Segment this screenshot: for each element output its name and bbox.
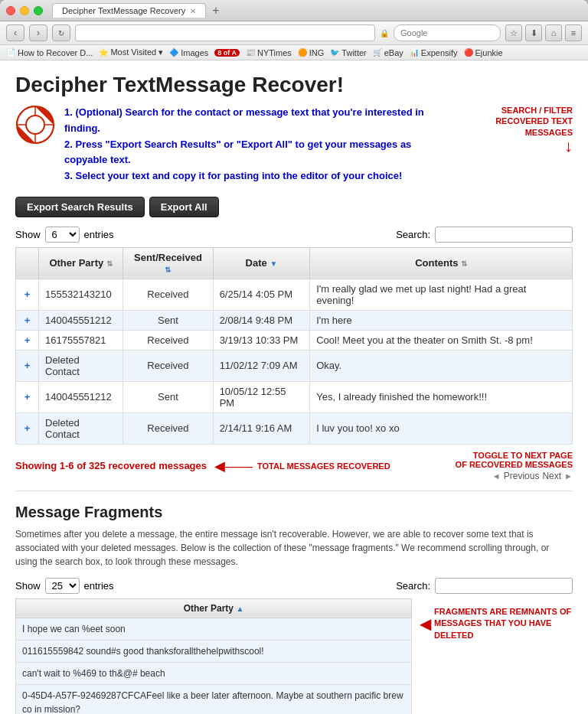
row-date-4: 10/05/12 12:55 PM <box>213 381 310 412</box>
export-all-button[interactable]: Export All <box>149 197 219 217</box>
total-count: 325 <box>89 460 106 471</box>
search-control: Search: <box>396 227 573 243</box>
bookmark-images[interactable]: 🔷 Images <box>169 48 208 57</box>
messages-table: Other Party ⇅ Sent/Received ⇅ Date ▼ Con… <box>15 247 573 445</box>
show-entries-control: Show 6 10 25 50 entries <box>15 227 114 243</box>
bookmark-twitter[interactable]: 🐦 Twitter <box>330 48 366 57</box>
entries-label: entries <box>84 229 114 240</box>
home-icon[interactable]: ⌂ <box>545 24 562 41</box>
bookmark-nytimes[interactable]: 📰 NYTimes <box>246 48 292 57</box>
fragments-area: Other Party ▲ I hope we can %eet soon011… <box>15 598 573 714</box>
bookmark-page-icon: 📄 <box>6 48 15 57</box>
row-plus-3[interactable]: + <box>16 350 39 381</box>
table-row: + 140045551212 Sent 10/05/12 12:55 PM Ye… <box>16 381 573 412</box>
menu-icon[interactable]: ≡ <box>565 24 582 41</box>
forward-button[interactable]: › <box>29 24 47 41</box>
tab-close-icon[interactable]: ✕ <box>190 7 196 15</box>
bookmark-ebay[interactable]: 🛒 eBay <box>373 48 403 57</box>
row-party-2: 16175557821 <box>39 330 123 350</box>
row-direction-3: Received <box>123 350 213 381</box>
instruction-2: 2. Press "Export Search Results" or "Exp… <box>64 137 441 169</box>
row-plus-4[interactable]: + <box>16 381 39 412</box>
bookmark-icon[interactable]: ☆ <box>505 24 522 41</box>
entries-select[interactable]: 6 10 25 50 <box>45 227 80 243</box>
fragments-table: Other Party ▲ I hope we can %eet soon011… <box>15 598 412 714</box>
fragment-cell-2: can't wait to %469 to th&@# beach <box>16 662 412 684</box>
fragments-search-control: Search: <box>396 578 573 594</box>
pagination: ◄ Previous Next ► <box>492 471 573 481</box>
bookmark-ing-icon: 🟠 <box>298 48 307 57</box>
maximize-button[interactable] <box>34 6 43 15</box>
bookmarks-bar: 📄 How to Recover D... ⭐ Most Visited ▾ 🔷… <box>0 45 588 60</box>
close-button[interactable] <box>6 6 15 15</box>
bookmark-ejunkie[interactable]: 🔴 Ejunkie <box>464 48 503 57</box>
col-header-contents[interactable]: Contents ⇅ <box>310 247 573 279</box>
fragments-table-wrapper: Other Party ▲ I hope we can %eet soon011… <box>15 598 412 714</box>
fragments-sort-icon: ▲ <box>236 605 243 613</box>
address-bar[interactable] <box>75 24 375 41</box>
fragments-annotation-text: FRAGMENTS ARE REMNANTS OFMESSAGES THAT Y… <box>434 606 573 641</box>
browser-window: Decipher TextMessage Recovery ✕ + ‹ › ↻ … <box>0 0 588 714</box>
bookmark-8ofa[interactable]: 8 of A <box>214 49 240 57</box>
row-plus-0[interactable]: + <box>16 279 39 310</box>
row-plus-5[interactable]: + <box>16 412 39 444</box>
active-tab[interactable]: Decipher TextMessage Recovery ✕ <box>52 3 206 18</box>
bookmark-expensify[interactable]: 📊 Expensify <box>410 48 458 57</box>
total-annotation-text: TOTAL MESSAGES RECOVERED <box>257 461 390 471</box>
back-button[interactable]: ‹ <box>6 24 24 41</box>
row-plus-1[interactable]: + <box>16 310 39 330</box>
bookmark-ing[interactable]: 🟠 ING <box>298 48 325 57</box>
search-annotation: SEARCH / FILTERRECOVERED TEXT MESSAGES ↓ <box>450 105 573 155</box>
fragments-entries-select[interactable]: 25 10 50 <box>45 578 80 594</box>
showing-text: Showing 1-6 of 325 recovered messages <box>15 460 207 471</box>
col-header-direction[interactable]: Sent/Received ⇅ <box>123 247 213 279</box>
bookmark-most-visited[interactable]: ⭐ Most Visited ▾ <box>99 47 163 57</box>
fragments-show-label: Show <box>15 580 41 592</box>
col-header-plus <box>16 247 39 279</box>
export-search-button[interactable]: Export Search Results <box>15 197 145 217</box>
prev-page-icon: ◄ <box>492 471 501 481</box>
tab-title: Decipher TextMessage Recovery <box>62 6 185 15</box>
row-contents-5: I luv you too! xo xo <box>310 412 573 444</box>
refresh-button[interactable]: ↻ <box>52 24 70 41</box>
row-party-0: 155532143210 <box>39 279 123 310</box>
row-direction-0: Received <box>123 279 213 310</box>
fragments-annotation-container: ◀ FRAGMENTS ARE REMNANTS OFMESSAGES THAT… <box>420 606 573 641</box>
section-divider <box>15 491 573 491</box>
row-plus-2[interactable]: + <box>16 330 39 350</box>
show-label: Show <box>15 229 41 240</box>
table-footer: Showing 1-6 of 325 recovered messages ◀—… <box>15 451 573 481</box>
row-direction-2: Received <box>123 330 213 350</box>
row-direction-5: Received <box>123 412 213 444</box>
download-icon[interactable]: ⬇ <box>525 24 542 41</box>
fragment-row: 0-45D4-A57F-92469287CFCAFeel like a beer… <box>16 684 412 714</box>
new-tab-button[interactable]: + <box>209 4 222 18</box>
table-controls: Show 6 10 25 50 entries Search: <box>15 227 573 243</box>
table-row: + Deleted Contact Received 11/02/12 7:09… <box>16 350 573 381</box>
fragments-table-controls: Show 25 10 50 entries Search: <box>15 578 573 594</box>
ssl-icon: 🔒 <box>380 29 389 37</box>
bookmark-how-to[interactable]: 📄 How to Recover D... <box>6 48 93 57</box>
fragments-search-input[interactable] <box>435 578 573 594</box>
col-header-party[interactable]: Other Party ⇅ <box>39 247 123 279</box>
instructions-section: 1. (Optional) Search for the contact or … <box>15 105 573 184</box>
col-header-date[interactable]: Date ▼ <box>213 247 310 279</box>
row-party-3: Deleted Contact <box>39 350 123 381</box>
previous-page-button[interactable]: Previous <box>504 471 540 481</box>
row-date-1: 2/08/14 9:48 PM <box>213 310 310 330</box>
next-page-button[interactable]: Next <box>542 471 561 481</box>
table-row: + 140045551212 Sent 2/08/14 9:48 PM I'm … <box>16 310 573 330</box>
google-search-input[interactable] <box>394 24 501 41</box>
instruction-list: 1. (Optional) Search for the contact or … <box>64 105 441 184</box>
row-date-0: 6/25/14 4:05 PM <box>213 279 310 310</box>
table-search-input[interactable] <box>435 227 573 243</box>
fragment-row: can't wait to %469 to th&@# beach <box>16 662 412 684</box>
row-direction-1: Sent <box>123 310 213 330</box>
bookmark-ejunkie-icon: 🔴 <box>464 48 473 57</box>
table-row: + 155532143210 Received 6/25/14 4:05 PM … <box>16 279 573 310</box>
fragment-cell-1: 011615559842 sound#s good thanksforallth… <box>16 640 412 662</box>
fragments-col-header[interactable]: Other Party ▲ <box>16 598 412 618</box>
minimize-button[interactable] <box>20 6 29 15</box>
page-content: Decipher TextMessage Recover! 1. (Option… <box>0 60 588 714</box>
table-row: + Deleted Contact Received 2/14/11 9:16 … <box>16 412 573 444</box>
